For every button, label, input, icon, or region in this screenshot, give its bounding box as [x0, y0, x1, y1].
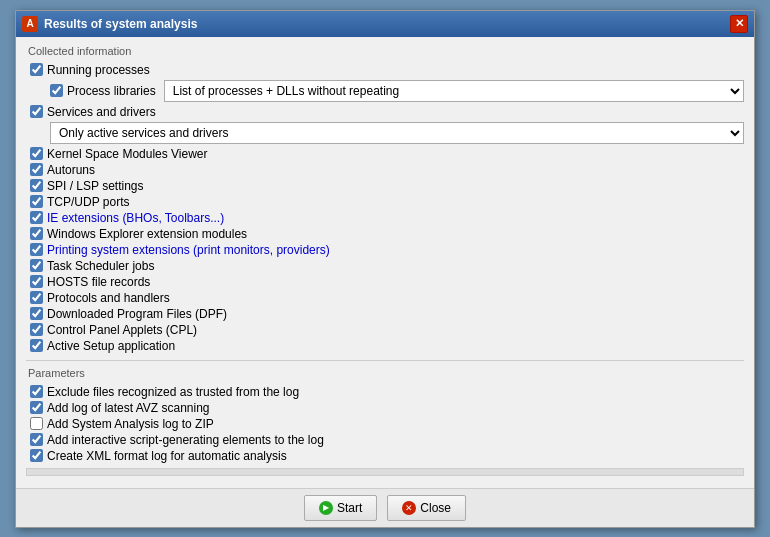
active-setup-label: Active Setup application [47, 339, 175, 353]
add-zip-label: Add System Analysis log to ZIP [47, 417, 214, 431]
services-drivers-select-area: Only active services and drivers All ser… [50, 120, 744, 146]
windows-explorer-row: Windows Explorer extension modules [30, 226, 744, 242]
running-processes-checkbox[interactable] [30, 63, 43, 76]
exclude-trusted-row: Exclude files recognized as trusted from… [30, 384, 744, 400]
running-processes-label: Running processes [47, 63, 150, 77]
services-drivers-select[interactable]: Only active services and drivers All ser… [50, 122, 744, 144]
printing-system-row: Printing system extensions (print monito… [30, 242, 744, 258]
printing-system-label: Printing system extensions (print monito… [47, 243, 330, 257]
collected-info-label: Collected information [26, 45, 744, 57]
add-zip-checkbox[interactable] [30, 417, 43, 430]
task-scheduler-checkbox[interactable] [30, 259, 43, 272]
downloaded-program-row: Downloaded Program Files (DPF) [30, 306, 744, 322]
close-button[interactable]: ✕ Close [387, 495, 466, 521]
title-bar: A Results of system analysis ✕ [16, 11, 754, 37]
hosts-file-checkbox[interactable] [30, 275, 43, 288]
hosts-file-row: HOSTS file records [30, 274, 744, 290]
kernel-space-row: Kernel Space Modules Viewer [30, 146, 744, 162]
add-avz-row: Add log of latest AVZ scanning [30, 400, 744, 416]
exclude-trusted-checkbox[interactable] [30, 385, 43, 398]
autoruns-row: Autoruns [30, 162, 744, 178]
windows-explorer-checkbox[interactable] [30, 227, 43, 240]
kernel-space-checkbox[interactable] [30, 147, 43, 160]
running-processes-row: Running processes [30, 62, 744, 78]
services-drivers-checkbox[interactable] [30, 105, 43, 118]
protocols-checkbox[interactable] [30, 291, 43, 304]
start-button[interactable]: ▶ Start [304, 495, 377, 521]
create-xml-row: Create XML format log for automatic anal… [30, 448, 744, 464]
protocols-label: Protocols and handlers [47, 291, 170, 305]
services-drivers-row: Services and drivers [30, 104, 744, 120]
app-icon: A [22, 16, 38, 32]
add-interactive-row: Add interactive script-generating elemen… [30, 432, 744, 448]
windows-explorer-label: Windows Explorer extension modules [47, 227, 247, 241]
create-xml-label: Create XML format log for automatic anal… [47, 449, 287, 463]
parameters-label: Parameters [26, 367, 744, 379]
hosts-file-label: HOSTS file records [47, 275, 150, 289]
printing-system-checkbox[interactable] [30, 243, 43, 256]
divider [26, 360, 744, 361]
scrollbar[interactable] [26, 468, 744, 476]
close-label: Close [420, 501, 451, 515]
tcp-udp-checkbox[interactable] [30, 195, 43, 208]
create-xml-checkbox[interactable] [30, 449, 43, 462]
active-setup-checkbox[interactable] [30, 339, 43, 352]
downloaded-program-label: Downloaded Program Files (DPF) [47, 307, 227, 321]
downloaded-program-checkbox[interactable] [30, 307, 43, 320]
parameters-section: Parameters Exclude files recognized as t… [26, 367, 744, 464]
process-libraries-checkbox[interactable] [50, 84, 63, 97]
exclude-trusted-label: Exclude files recognized as trusted from… [47, 385, 299, 399]
content-area: Collected information Running processes … [16, 37, 754, 488]
add-interactive-label: Add interactive script-generating elemen… [47, 433, 324, 447]
control-panel-label: Control Panel Applets (CPL) [47, 323, 197, 337]
autoruns-checkbox[interactable] [30, 163, 43, 176]
process-libraries-label: Process libraries [67, 84, 156, 98]
control-panel-row: Control Panel Applets (CPL) [30, 322, 744, 338]
spi-lsp-row: SPI / LSP settings [30, 178, 744, 194]
active-setup-row: Active Setup application [30, 338, 744, 354]
title-bar-left: A Results of system analysis [22, 16, 197, 32]
ie-extensions-row: IE extensions (BHOs, Toolbars...) [30, 210, 744, 226]
services-drivers-label: Services and drivers [47, 105, 156, 119]
ie-extensions-checkbox[interactable] [30, 211, 43, 224]
task-scheduler-row: Task Scheduler jobs [30, 258, 744, 274]
autoruns-label: Autoruns [47, 163, 95, 177]
process-libraries-select[interactable]: List of processes + DLLs without repeati… [164, 80, 744, 102]
add-avz-label: Add log of latest AVZ scanning [47, 401, 210, 415]
tcp-udp-row: TCP/UDP ports [30, 194, 744, 210]
add-interactive-checkbox[interactable] [30, 433, 43, 446]
window-close-button[interactable]: ✕ [730, 15, 748, 33]
start-label: Start [337, 501, 362, 515]
protocols-row: Protocols and handlers [30, 290, 744, 306]
process-libraries-row: Process libraries List of processes + DL… [50, 78, 744, 104]
kernel-space-label: Kernel Space Modules Viewer [47, 147, 208, 161]
start-icon: ▶ [319, 501, 333, 515]
spi-lsp-checkbox[interactable] [30, 179, 43, 192]
bottom-bar: ▶ Start ✕ Close [16, 488, 754, 527]
spi-lsp-label: SPI / LSP settings [47, 179, 144, 193]
add-avz-checkbox[interactable] [30, 401, 43, 414]
main-window: A Results of system analysis ✕ Collected… [15, 10, 755, 528]
task-scheduler-label: Task Scheduler jobs [47, 259, 154, 273]
control-panel-checkbox[interactable] [30, 323, 43, 336]
ie-extensions-label: IE extensions (BHOs, Toolbars...) [47, 211, 224, 225]
add-zip-row: Add System Analysis log to ZIP [30, 416, 744, 432]
window-title: Results of system analysis [44, 17, 197, 31]
close-icon: ✕ [402, 501, 416, 515]
tcp-udp-label: TCP/UDP ports [47, 195, 129, 209]
